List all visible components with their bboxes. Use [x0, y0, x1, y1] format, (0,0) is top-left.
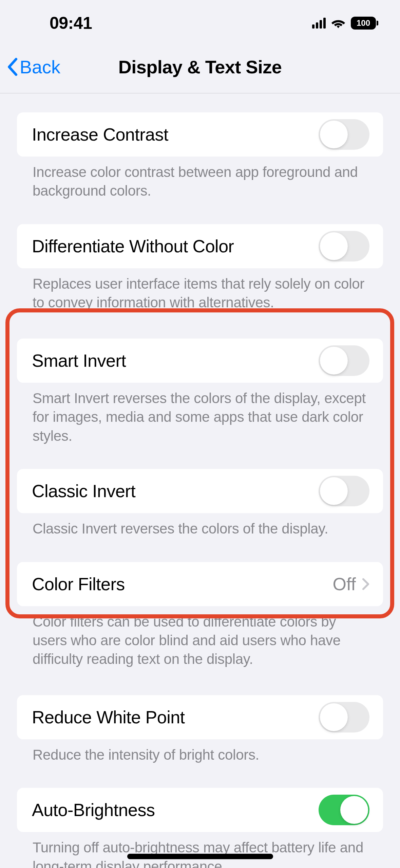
cell-label: Reduce White Point: [32, 707, 185, 727]
differentiate-without-color-cell[interactable]: Differentiate Without Color: [17, 224, 383, 268]
reduce-white-point-footer: Reduce the intensity of bright colors.: [17, 739, 383, 764]
differentiate-without-color-footer: Replaces user interface items that rely …: [17, 268, 383, 312]
color-filters-value: Off: [333, 574, 356, 594]
cell-label: Increase Contrast: [32, 124, 168, 145]
navigation-bar: Back Display & Text Size: [0, 41, 400, 93]
wifi-icon: [331, 18, 345, 29]
page-title: Display & Text Size: [118, 56, 282, 77]
cell-label: Color Filters: [32, 574, 125, 594]
smart-invert-toggle[interactable]: [319, 345, 369, 376]
smart-invert-cell[interactable]: Smart Invert: [17, 339, 383, 383]
increase-contrast-footer: Increase color contrast between app fore…: [17, 157, 383, 200]
color-filters-footer: Color filters can be used to differentia…: [17, 606, 383, 669]
smart-invert-footer: Smart Invert reverses the colors of the …: [17, 383, 383, 445]
auto-brightness-footer: Turning off auto-brightness may affect b…: [17, 832, 383, 868]
classic-invert-footer: Classic Invert reverses the colors of th…: [17, 513, 383, 538]
cell-label: Differentiate Without Color: [32, 236, 234, 256]
chevron-left-icon: [7, 57, 18, 76]
differentiate-without-color-toggle[interactable]: [319, 231, 369, 261]
classic-invert-cell[interactable]: Classic Invert: [17, 469, 383, 513]
cellular-signal-icon: [312, 18, 326, 29]
status-time: 09:41: [50, 13, 92, 33]
classic-invert-toggle[interactable]: [319, 476, 369, 506]
back-button[interactable]: Back: [7, 56, 60, 77]
cell-label: Auto-Brightness: [32, 800, 155, 820]
reduce-white-point-toggle[interactable]: [319, 702, 369, 733]
auto-brightness-cell[interactable]: Auto-Brightness: [17, 788, 383, 832]
home-indicator[interactable]: [127, 854, 273, 859]
cell-label: Classic Invert: [32, 481, 135, 501]
status-icons: 100: [312, 17, 378, 30]
battery-icon: 100: [351, 17, 378, 30]
reduce-white-point-cell[interactable]: Reduce White Point: [17, 695, 383, 739]
battery-level: 100: [351, 17, 376, 30]
cell-label: Smart Invert: [32, 350, 126, 371]
chevron-right-icon: [362, 578, 369, 591]
color-filters-cell[interactable]: Color Filters Off: [17, 562, 383, 606]
settings-content: Increase Contrast Increase color contras…: [0, 93, 400, 868]
increase-contrast-toggle[interactable]: [319, 119, 369, 150]
back-label: Back: [20, 56, 60, 77]
auto-brightness-toggle[interactable]: [319, 795, 369, 825]
increase-contrast-cell[interactable]: Increase Contrast: [17, 112, 383, 157]
status-bar: 09:41 100: [0, 0, 400, 41]
